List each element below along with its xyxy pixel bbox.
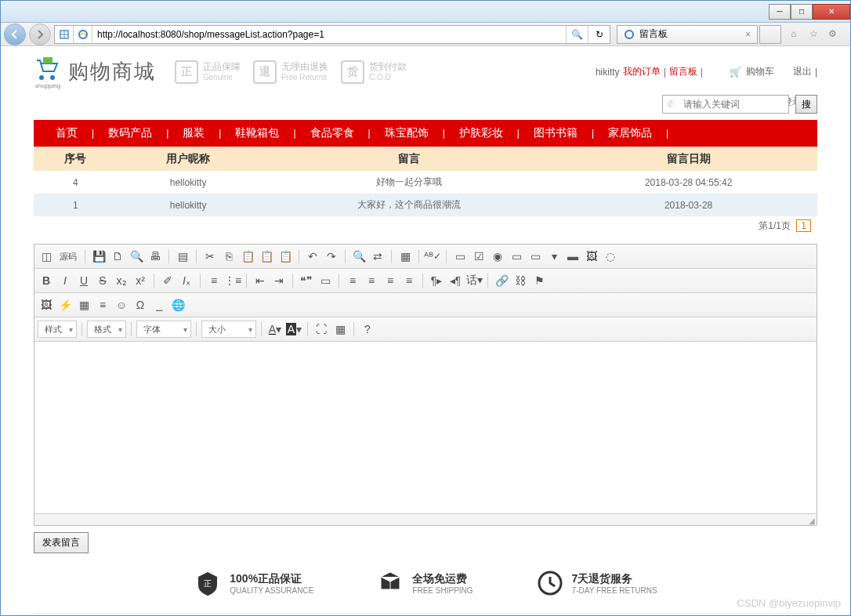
hr-icon[interactable]: ≡	[94, 296, 111, 313]
button-icon[interactable]: ▬	[564, 248, 581, 265]
tab-close-icon[interactable]: ×	[745, 29, 751, 40]
specialchar-icon[interactable]: Ω	[132, 296, 149, 313]
indent-icon[interactable]: ⇥	[270, 272, 288, 289]
site-logo[interactable]: shopping 购物商城	[34, 54, 156, 89]
nav-item[interactable]: 鞋靴箱包	[221, 126, 293, 140]
ltr-icon[interactable]: ¶▸	[428, 272, 445, 289]
logout-link[interactable]: 退出	[793, 65, 812, 78]
bullist-icon[interactable]: ⋮≡	[224, 272, 241, 289]
close-button[interactable]: ✕	[813, 4, 850, 20]
select-icon[interactable]: ▾	[545, 248, 563, 265]
cart-icon[interactable]: 🛒	[730, 67, 741, 78]
maximize-button[interactable]: □	[791, 4, 813, 20]
source-label[interactable]: 源码	[56, 251, 80, 263]
replace-icon[interactable]: ⇄	[369, 248, 386, 265]
refresh-button[interactable]: ↻	[588, 26, 610, 43]
print-icon[interactable]: 🖶	[147, 248, 164, 265]
nav-item[interactable]: 家居饰品	[594, 126, 666, 140]
selectall-icon[interactable]: ▦	[397, 248, 414, 265]
nav-item[interactable]: 服装	[168, 126, 219, 140]
radio-icon[interactable]: ◉	[489, 248, 506, 265]
compat-icon[interactable]	[55, 26, 74, 43]
table-icon[interactable]: ▦	[75, 296, 92, 313]
favorites-icon[interactable]: ☆	[809, 28, 822, 41]
form-icon[interactable]: ▭	[451, 248, 469, 265]
editor-textarea[interactable]	[34, 342, 817, 514]
nav-item[interactable]: 珠宝配饰	[371, 126, 443, 140]
tools-icon[interactable]: ⚙	[828, 28, 841, 41]
bgcolor-icon[interactable]: A▾	[285, 321, 302, 338]
search-input[interactable]	[679, 96, 788, 113]
flash-icon[interactable]: ⚡	[56, 296, 74, 313]
textarea-icon[interactable]: ▭	[527, 248, 544, 265]
font-dropdown[interactable]: 字体	[136, 321, 191, 338]
iframe-icon[interactable]: 🌐	[169, 296, 186, 313]
cut-icon[interactable]: ✂	[201, 248, 219, 265]
minimize-button[interactable]: ─	[769, 4, 791, 20]
search-button[interactable]: 搜	[795, 95, 817, 114]
nav-item[interactable]: 护肤彩妆	[445, 126, 517, 140]
align-justify-icon[interactable]: ≡	[400, 272, 418, 289]
align-right-icon[interactable]: ≡	[382, 272, 399, 289]
clearformat-icon[interactable]: Iₓ	[178, 272, 195, 289]
paste-text-icon[interactable]: 📋	[258, 248, 275, 265]
format-dropdown[interactable]: 格式	[87, 321, 126, 338]
submit-message-button[interactable]: 发表留言	[34, 532, 89, 553]
redo-icon[interactable]: ↷	[323, 248, 340, 265]
preview-icon[interactable]: 🔍	[128, 248, 145, 265]
nav-item[interactable]: 图书书籍	[520, 126, 592, 140]
source-icon[interactable]: ◫	[38, 248, 55, 265]
back-button[interactable]	[4, 24, 26, 45]
cart-link[interactable]: 购物车	[746, 65, 774, 78]
align-center-icon[interactable]: ≡	[363, 272, 380, 289]
blockquote-icon[interactable]: ❝❞	[298, 272, 315, 289]
style-dropdown[interactable]: 样式	[38, 321, 77, 338]
paste-word-icon[interactable]: 📋	[277, 248, 294, 265]
imagebutton-icon[interactable]: 🖼	[583, 248, 600, 265]
nav-item[interactable]: 食品零食	[296, 126, 368, 140]
superscript-icon[interactable]: x²	[132, 272, 149, 289]
link-icon[interactable]: 🔗	[493, 272, 510, 289]
paste-icon[interactable]: 📋	[239, 248, 256, 265]
find-icon[interactable]: 🔍	[350, 248, 368, 265]
anchor-icon[interactable]: ⚑	[531, 272, 548, 289]
message-board-link[interactable]: 留言板	[669, 65, 697, 78]
home-icon[interactable]: ⌂	[791, 28, 803, 41]
textcolor-icon[interactable]: A▾	[266, 321, 284, 338]
forward-button[interactable]	[29, 24, 51, 45]
template-icon[interactable]: ▤	[174, 248, 191, 265]
checkbox-icon[interactable]: ☑	[470, 248, 487, 265]
size-dropdown[interactable]: 大小	[201, 321, 256, 338]
subscript-icon[interactable]: x₂	[113, 272, 130, 289]
numlist-icon[interactable]: ≡	[205, 272, 223, 289]
spellcheck-icon[interactable]: ᴬᴮ✓	[424, 248, 441, 265]
save-icon[interactable]: 💾	[90, 248, 107, 265]
welcome-user[interactable]: hikitty	[596, 67, 620, 78]
bold-icon[interactable]: B	[38, 272, 55, 289]
pagebreak-icon[interactable]: ⎯	[150, 296, 168, 313]
my-orders-link[interactable]: 我的订单	[623, 65, 661, 78]
new-tab-button[interactable]	[759, 25, 781, 44]
address-input[interactable]	[92, 29, 566, 40]
div-icon[interactable]: ▭	[317, 272, 334, 289]
language-icon[interactable]: 话▾	[465, 272, 483, 289]
nav-item[interactable]: 数码产品	[94, 126, 166, 140]
italic-icon[interactable]: I	[56, 272, 74, 289]
image-icon[interactable]: 🖼	[38, 296, 55, 313]
textfield-icon[interactable]: ▭	[508, 248, 525, 265]
unlink-icon[interactable]: ⛓	[512, 272, 529, 289]
newpage-icon[interactable]: 🗋	[109, 248, 126, 265]
smiley-icon[interactable]: ☺	[113, 296, 130, 313]
rtl-icon[interactable]: ◂¶	[447, 272, 464, 289]
page-number[interactable]: 1	[796, 219, 811, 232]
nav-item[interactable]: 首页	[42, 126, 92, 140]
copy-icon[interactable]: ⎘	[220, 248, 237, 265]
browser-tab[interactable]: 留言板 ×	[617, 25, 758, 44]
removeformat-icon[interactable]: ✐	[159, 272, 176, 289]
outdent-icon[interactable]: ⇤	[252, 272, 269, 289]
editor-resize-handle[interactable]	[34, 514, 817, 525]
underline-icon[interactable]: U	[75, 272, 92, 289]
align-left-icon[interactable]: ≡	[344, 272, 361, 289]
maximize-icon[interactable]: ⛶	[313, 321, 330, 338]
showblocks-icon[interactable]: ▦	[331, 321, 349, 338]
